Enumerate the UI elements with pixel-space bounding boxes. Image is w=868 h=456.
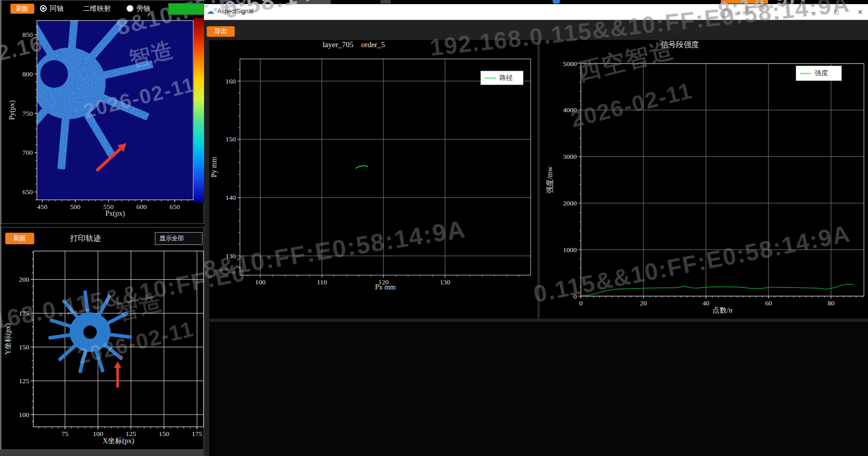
screen: 刷新 同轴 二维映射 旁轴 刷新 打印轨迹 显示全部 ☁ AspectSigna… xyxy=(0,0,868,456)
svg-text:Py mm: Py mm xyxy=(210,157,218,177)
charts-canvas: 450500550600650850800750700650Px(px)Py(p… xyxy=(0,0,868,456)
svg-text:100: 100 xyxy=(19,411,30,419)
svg-text:500: 500 xyxy=(70,203,81,211)
svg-text:40: 40 xyxy=(702,299,710,307)
status-green-button[interactable] xyxy=(168,3,204,15)
mode-2d-mapping-label: 二维映射 xyxy=(83,4,111,13)
minimize-button[interactable]: – xyxy=(804,5,822,18)
svg-text:600: 600 xyxy=(136,203,147,211)
svg-text:130: 130 xyxy=(226,252,236,260)
display-all-dropdown[interactable]: 显示全部 xyxy=(155,232,203,245)
svg-text:Px(px): Px(px) xyxy=(105,210,125,218)
heatmap-chart: 450500550600650850800750700650Px(px)Py(p… xyxy=(0,0,193,218)
svg-text:125: 125 xyxy=(19,377,30,385)
svg-text:2000: 2000 xyxy=(563,199,577,207)
coaxial-radio[interactable] xyxy=(40,5,47,12)
trajectory-title: 打印轨迹 xyxy=(70,234,101,243)
paraxial-radio[interactable] xyxy=(127,5,133,12)
svg-text:75: 75 xyxy=(62,430,69,438)
close-button[interactable]: ✕ xyxy=(852,5,868,18)
path-legend: 路径 xyxy=(480,71,523,85)
svg-text:4000: 4000 xyxy=(563,106,577,114)
path-legend-label: 路径 xyxy=(499,73,513,82)
svg-text:3000: 3000 xyxy=(563,153,577,160)
coaxial-label: 同轴 xyxy=(50,4,64,13)
path-legend-swatch xyxy=(485,77,496,79)
export-button[interactable]: 导出 xyxy=(207,26,235,37)
svg-text:130: 130 xyxy=(440,278,451,286)
heatmap-refresh-button[interactable]: 刷新 xyxy=(10,4,34,14)
svg-text:800: 800 xyxy=(23,70,33,78)
svg-text:0: 0 xyxy=(579,299,583,307)
svg-text:强度/mw: 强度/mw xyxy=(546,166,554,194)
svg-text:160: 160 xyxy=(226,77,236,85)
svg-text:20: 20 xyxy=(640,299,647,307)
intensity-legend-label: 强度 xyxy=(815,69,828,78)
svg-text:Y坐标(px): Y坐标(px) xyxy=(4,323,12,355)
intensity-legend: 强度 xyxy=(796,66,842,81)
paraxial-label: 旁轴 xyxy=(136,4,150,13)
svg-text:650: 650 xyxy=(170,203,180,211)
trajectory-chart: 75100125150175200175150125100X坐标(px)Y坐标(… xyxy=(4,251,204,445)
svg-text:140: 140 xyxy=(226,194,236,201)
svg-text:450: 450 xyxy=(37,203,48,211)
svg-text:80: 80 xyxy=(827,299,835,307)
svg-text:点数/n: 点数/n xyxy=(713,306,733,314)
maximize-button[interactable]: □ xyxy=(828,5,845,18)
svg-text:750: 750 xyxy=(23,110,33,117)
svg-text:Px mm: Px mm xyxy=(375,283,395,291)
svg-text:700: 700 xyxy=(23,149,33,156)
svg-text:150: 150 xyxy=(159,430,170,438)
svg-text:110: 110 xyxy=(317,278,327,286)
svg-text:信号段强度: 信号段强度 xyxy=(661,40,699,49)
svg-text:60: 60 xyxy=(765,299,772,307)
svg-text:150: 150 xyxy=(19,343,30,351)
svg-text:150: 150 xyxy=(226,135,236,143)
svg-text:100: 100 xyxy=(255,278,266,286)
svg-text:Py(px): Py(px) xyxy=(8,100,16,120)
window-title: AspectSignal xyxy=(217,8,253,15)
svg-text:100: 100 xyxy=(93,430,104,438)
svg-text:1000: 1000 xyxy=(563,246,577,254)
svg-text:125: 125 xyxy=(126,430,136,438)
intensity-legend-swatch xyxy=(800,73,811,74)
svg-text:layer_705 order_5: layer_705 order_5 xyxy=(322,40,385,49)
svg-text:0: 0 xyxy=(573,293,577,300)
svg-text:175: 175 xyxy=(192,430,203,438)
svg-text:850: 850 xyxy=(23,31,33,38)
svg-text:650: 650 xyxy=(23,188,33,196)
trajectory-refresh-button[interactable]: 刷新 xyxy=(5,233,34,244)
svg-text:200: 200 xyxy=(19,276,30,283)
intensity-chart: 020406080500040003000200010000点数/n强度/mw信… xyxy=(546,40,864,314)
svg-text:175: 175 xyxy=(19,309,30,317)
app-cloud-icon: ☁ xyxy=(207,7,214,16)
svg-text:X坐标(px): X坐标(px) xyxy=(103,437,134,445)
svg-text:5000: 5000 xyxy=(563,60,577,68)
